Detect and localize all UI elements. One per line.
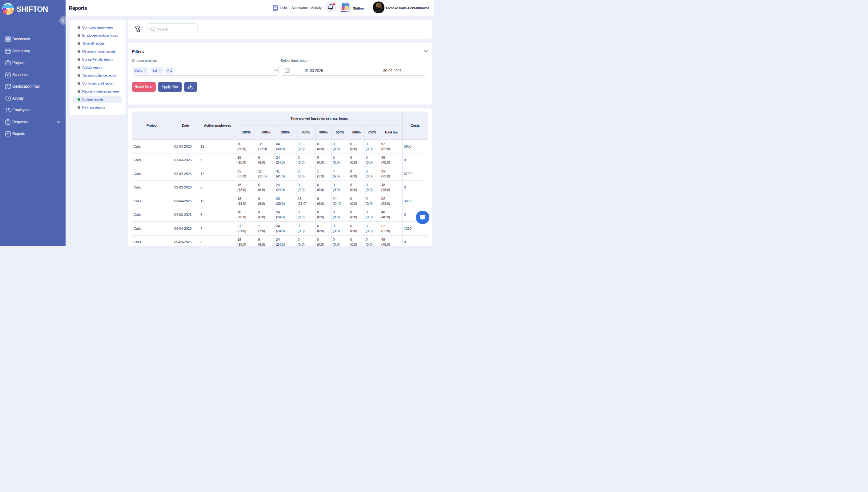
svg-text:SHIFT: SHIFT (341, 10, 347, 13)
svg-text:ON: ON (347, 10, 351, 13)
